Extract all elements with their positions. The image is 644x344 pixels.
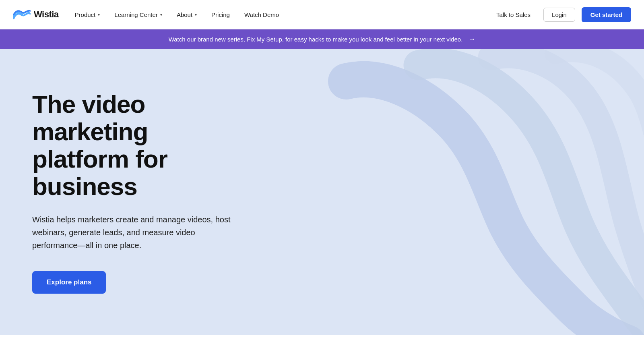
- promo-banner[interactable]: Watch our brand new series, Fix My Setup…: [0, 29, 644, 49]
- about-chevron-icon: ▾: [195, 12, 197, 17]
- get-started-button[interactable]: Get started: [582, 7, 631, 22]
- nav-learning-center-label: Learning Center: [114, 11, 158, 18]
- nav-right: Talk to Sales Login Get started: [490, 7, 631, 22]
- learning-center-chevron-icon: ▾: [160, 12, 162, 17]
- nav-about-label: About: [177, 11, 192, 18]
- login-button[interactable]: Login: [543, 8, 575, 22]
- navbar: WISTIA Wistia Product ▾ Learning Center …: [0, 0, 644, 29]
- nav-product[interactable]: Product ▾: [68, 8, 107, 21]
- nav-watch-demo[interactable]: Watch Demo: [238, 8, 285, 21]
- explore-plans-button[interactable]: Explore plans: [32, 271, 106, 294]
- nav-about[interactable]: About ▾: [170, 8, 203, 21]
- nav-product-label: Product: [75, 11, 96, 18]
- nav-learning-center[interactable]: Learning Center ▾: [108, 8, 169, 21]
- product-chevron-icon: ▾: [98, 12, 100, 17]
- nav-links: Product ▾ Learning Center ▾ About ▾ Pric…: [68, 8, 490, 21]
- logo-text: Wistia: [34, 9, 59, 20]
- hero-subtitle: Wistia helps marketers create and manage…: [32, 213, 242, 252]
- nav-pricing[interactable]: Pricing: [205, 8, 236, 21]
- banner-text: Watch our brand new series, Fix My Setup…: [169, 36, 463, 43]
- hero-title: The video marketing platform for busines…: [32, 91, 242, 201]
- logo-link[interactable]: WISTIA Wistia: [13, 7, 59, 22]
- nav-pricing-label: Pricing: [211, 11, 230, 18]
- nav-watch-demo-label: Watch Demo: [244, 11, 279, 18]
- hero-section: The video marketing platform for busines…: [0, 49, 644, 335]
- hero-content: The video marketing platform for busines…: [0, 58, 274, 326]
- banner-arrow-icon: →: [468, 35, 475, 44]
- wistia-logo: WISTIA: [13, 7, 31, 22]
- talk-to-sales-link[interactable]: Talk to Sales: [490, 8, 537, 21]
- hero-decorative-bg: [266, 49, 644, 335]
